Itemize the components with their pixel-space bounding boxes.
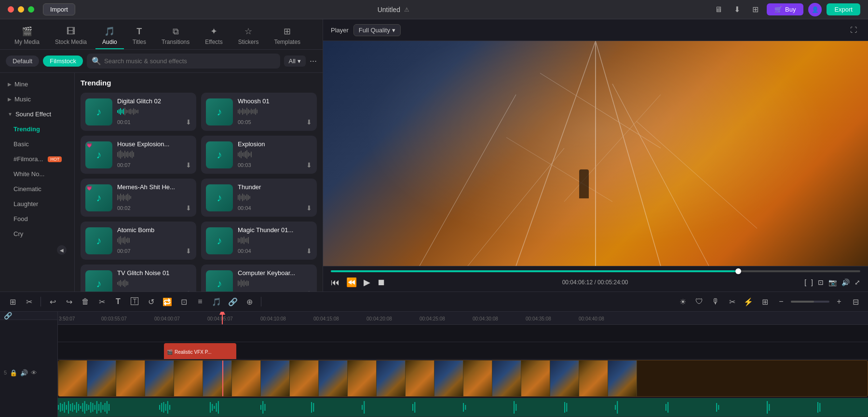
sidebar-item-mine[interactable]: ▶ Mine [0, 77, 74, 92]
select-tool-button[interactable]: ⊞ [6, 295, 19, 308]
stop-button[interactable]: ⏹ [377, 278, 386, 288]
volume-icon[interactable]: 🔊 [841, 278, 850, 286]
minimize-button[interactable] [18, 6, 24, 13]
avatar[interactable]: 👤 [808, 3, 822, 16]
sidebar-item-music[interactable]: ▶ Music [0, 92, 74, 107]
loop-button[interactable]: 🔁 [161, 295, 174, 308]
text-style-button[interactable]: 🅃 [128, 295, 141, 308]
track-content-4[interactable]: 🎬 Realistic VFX P... [58, 342, 868, 359]
link-button[interactable]: 🔗 [226, 295, 240, 308]
skip-back-button[interactable]: ⏮ [331, 278, 339, 288]
download-icon-6[interactable]: ⬇ [306, 204, 312, 212]
sound-card-1[interactable]: ♪ Digital Glitch 02 00:01 ⬇ [81, 93, 196, 131]
camera-icon[interactable]: 📷 [828, 278, 837, 286]
minus-icon[interactable]: − [774, 295, 788, 308]
audio-icon-5[interactable]: 🔊 [20, 369, 28, 376]
sound-card-4[interactable]: ♪ Explosion 00:03 ⬇ [201, 136, 317, 174]
sidebar-item-cry[interactable]: Cry [0, 226, 74, 241]
clip-realistic-vfx[interactable]: 🎬 Realistic VFX P... [164, 343, 236, 359]
trim-tool-button[interactable]: ✂ [22, 295, 36, 308]
link-tracks-button[interactable]: 🔗 [4, 312, 12, 320]
download-icon-9[interactable]: ⬇ [186, 290, 191, 292]
lock-icon-5[interactable]: 🔒 [10, 369, 17, 376]
monitor-icon[interactable]: 🖥 [712, 3, 725, 16]
sidebar-item-filmoraplus[interactable]: #Filmora... HOT [0, 152, 74, 167]
grid-icon[interactable]: ⊞ [748, 3, 762, 16]
progress-thumb[interactable] [735, 268, 741, 274]
sound-card-6[interactable]: ♪ Thunder 00:04 ⬇ [201, 179, 317, 217]
fullscreen-icon[interactable]: ⛶ [847, 23, 860, 37]
maximize-button[interactable] [28, 6, 34, 13]
sound-card-10[interactable]: ♪ Computer Keyboar... 00:17 ⬇ [201, 264, 317, 292]
sound-card-9[interactable]: ♪ TV Glitch Noise 01 00:01 ⬇ [81, 264, 196, 292]
sidebar-item-white-noise[interactable]: White No... [0, 167, 74, 181]
sidebar-item-laughter[interactable]: Laughter [0, 196, 74, 211]
filmstock-tab[interactable]: Filmstock [43, 56, 83, 67]
speed-icon[interactable]: ⚡ [742, 295, 755, 308]
cut-button[interactable]: ✂ [95, 295, 108, 308]
playhead[interactable] [222, 312, 223, 324]
delete-button[interactable]: 🗑 [79, 295, 92, 308]
download-icon-5[interactable]: ⬇ [186, 204, 191, 212]
sidebar-collapse-button[interactable]: ◀ [57, 245, 67, 255]
tab-transitions[interactable]: ⧉ Transitions [155, 24, 196, 49]
columns-icon[interactable]: ⊟ [849, 295, 862, 308]
sound-card-3[interactable]: 💗 ♪ House Explosion... 00:07 ⬇ [81, 136, 196, 174]
tab-audio[interactable]: 🎵 Audio [95, 23, 124, 49]
sidebar-item-sound-effect[interactable]: ▼ Sound Effect [0, 107, 74, 122]
grid-tl-icon[interactable]: ⊞ [758, 295, 772, 308]
download-icon-10[interactable]: ⬇ [306, 290, 312, 292]
video-clip-3[interactable] [58, 360, 868, 397]
eye-icon-5[interactable]: 👁 [31, 369, 37, 376]
download-icon-7[interactable]: ⬇ [186, 247, 191, 255]
track-content-audio-bottom[interactable] [58, 398, 868, 417]
crop-tl-button[interactable]: ⊡ [177, 295, 190, 308]
sun-icon[interactable]: ☀ [676, 295, 690, 308]
undo-button[interactable]: ↩ [46, 295, 59, 308]
download-icon-1[interactable]: ⬇ [186, 118, 191, 126]
bracket-left-icon[interactable]: [ [804, 278, 806, 286]
download-icon-8[interactable]: ⬇ [306, 247, 312, 255]
track-content-3[interactable] [58, 359, 868, 398]
redo-button[interactable]: ↪ [62, 295, 76, 308]
sidebar-item-cinematic[interactable]: Cinematic [0, 181, 74, 196]
sidebar-item-trending[interactable]: Trending [0, 122, 74, 137]
progress-bar[interactable] [331, 270, 860, 272]
tab-titles[interactable]: T Titles [126, 24, 153, 49]
more-options-button[interactable]: ··· [310, 56, 317, 66]
scissors-icon[interactable]: ✂ [725, 295, 739, 308]
default-tab[interactable]: Default [6, 56, 39, 67]
audio-tl-button[interactable]: 🎵 [210, 295, 223, 308]
track-content-5[interactable] [58, 325, 868, 342]
sound-card-2[interactable]: ♪ Whoosh 01 00:05 ⬇ [201, 93, 317, 131]
fullscreen-ctrl-icon[interactable]: ⤢ [854, 278, 860, 286]
sound-card-7[interactable]: ♪ Atomic Bomb 00:07 ⬇ [81, 222, 196, 260]
zoom-slider-track[interactable] [791, 301, 829, 303]
download-icon-4[interactable]: ⬇ [306, 161, 312, 169]
mic-icon[interactable]: 🎙 [709, 295, 722, 308]
search-input[interactable] [104, 57, 275, 65]
sidebar-item-basic[interactable]: Basic [0, 137, 74, 152]
import-button[interactable]: Import [43, 3, 75, 15]
close-button[interactable] [8, 6, 14, 13]
tab-stock-media[interactable]: 🎞 Stock Media [48, 24, 94, 49]
rotate-button[interactable]: ↺ [144, 295, 158, 308]
filter-tl-button[interactable]: ≡ [193, 295, 207, 308]
quality-button[interactable]: Full Quality ▾ [353, 24, 401, 36]
buy-button[interactable]: 🛒 Buy [767, 3, 803, 15]
shield-icon[interactable]: 🛡 [692, 295, 706, 308]
tab-effects[interactable]: ✦ Effects [198, 23, 229, 49]
tab-my-media[interactable]: 🎬 My Media [8, 23, 46, 49]
export-button[interactable]: Export [827, 3, 860, 15]
text-tool-button[interactable]: T [111, 295, 125, 308]
tab-stickers[interactable]: ☆ Stickers [231, 23, 266, 49]
all-filter-button[interactable]: All ▾ [284, 56, 306, 67]
sidebar-item-food[interactable]: Food [0, 211, 74, 226]
crop-icon[interactable]: ⊡ [818, 278, 824, 286]
download-icon-2[interactable]: ⬇ [306, 118, 312, 126]
sound-card-8[interactable]: ♪ Magic Thunder 01... 00:04 ⬇ [201, 222, 317, 260]
sound-card-5[interactable]: 💗 ♪ Memes-Ah Shit He... 00:02 ⬇ [81, 179, 196, 217]
frame-back-button[interactable]: ⏪ [346, 277, 357, 288]
bracket-right-icon[interactable]: ] [811, 278, 813, 286]
download-icon-3[interactable]: ⬇ [186, 161, 191, 169]
